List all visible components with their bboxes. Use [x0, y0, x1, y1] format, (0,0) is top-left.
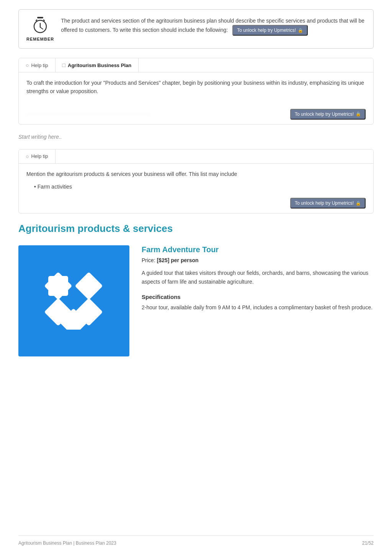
- spec-description: 2-hour tour, available daily from 9 AM t…: [142, 303, 374, 312]
- price-label: Price:: [142, 257, 155, 263]
- price-value: [$25] per person: [157, 257, 199, 263]
- help-tip-tabs-1: ○ Help tip □ Agritourism Business Plan: [19, 58, 373, 72]
- lock-icon-2: 🔒: [356, 201, 361, 206]
- remember-label: REMEMBER: [26, 37, 54, 41]
- help-tip-card-1: ○ Help tip □ Agritourism Business Plan T…: [18, 58, 374, 125]
- svg-line-3: [40, 27, 43, 29]
- help-tip-text-1: To craft the introduction for your "Prod…: [26, 79, 366, 96]
- unlock-btn-1[interactable]: To unlock help try Upmetrics! 🔒: [290, 109, 366, 120]
- remember-icon: [33, 16, 48, 35]
- footer-right: 21/52: [362, 540, 374, 546]
- footer-left: Agritourism Business Plan | Business Pla…: [18, 540, 116, 546]
- product-price: Price: [$25] per person: [142, 257, 374, 263]
- help-tip-footer-2: To unlock help try Upmetrics! 🔒: [19, 198, 373, 213]
- lock-icon-1: 🔒: [356, 112, 361, 117]
- help-tip-text-2: Mention the agritourism products & servi…: [26, 170, 366, 178]
- help-tip-body-2: Mention the agritourism products & servi…: [19, 164, 373, 198]
- help-tip-tabs-2: ○ Help tip: [19, 149, 373, 164]
- product-info: Farm Adventure Tour Price: [$25] per per…: [142, 245, 374, 312]
- svg-rect-7: [44, 272, 72, 300]
- unlock-btn-2[interactable]: To unlock help try Upmetrics! 🔒: [290, 198, 366, 209]
- svg-rect-0: [37, 17, 43, 18]
- remember-content: The product and services section of the …: [61, 16, 366, 36]
- remember-icon-wrap: REMEMBER: [26, 16, 54, 41]
- spec-title: Specifications: [142, 294, 374, 300]
- lock-icon: 🔒: [298, 28, 303, 33]
- remember-text: The product and services section of the …: [61, 18, 364, 33]
- unlock-btn-remember[interactable]: To unlock help try Upmetrics! 🔒: [232, 25, 308, 36]
- tab-help-tip-1[interactable]: ○ Help tip: [19, 58, 56, 72]
- product-description: A guided tour that takes visitors throug…: [142, 269, 374, 286]
- remember-box: REMEMBER The product and services sectio…: [18, 9, 374, 49]
- search-icon-2: ○: [26, 153, 29, 159]
- help-tip-card-2: ○ Help tip Mention the agritourism produ…: [18, 149, 374, 214]
- help-bullet: • Farm activities: [34, 182, 366, 192]
- bullet-icon: •: [34, 184, 38, 190]
- tab-help-tip-2[interactable]: ○ Help tip: [19, 149, 56, 163]
- tab-agritourism-plan[interactable]: □ Agritourism Business Plan: [56, 58, 139, 72]
- unlock-row-1: - - - - - - - - - - - - - - - - - - - - …: [19, 106, 373, 124]
- product-card: Farm Adventure Tour Price: [$25] per per…: [18, 245, 374, 356]
- search-icon-1: ○: [26, 62, 29, 68]
- page-footer: Agritourism Business Plan | Business Pla…: [18, 535, 374, 546]
- svg-rect-8: [75, 272, 103, 300]
- start-writing[interactable]: Start writing here..: [18, 134, 374, 140]
- product-name: Farm Adventure Tour: [142, 245, 374, 254]
- doc-icon-1: □: [62, 62, 65, 68]
- product-image: [18, 245, 129, 356]
- section-title: Agritourism products & services: [18, 223, 374, 235]
- blurred-text-1: - - - - - - - - - - - - - - - - - - - - …: [26, 111, 287, 117]
- help-tip-body-1: To craft the introduction for your "Prod…: [19, 72, 373, 106]
- product-image-svg: [41, 272, 106, 330]
